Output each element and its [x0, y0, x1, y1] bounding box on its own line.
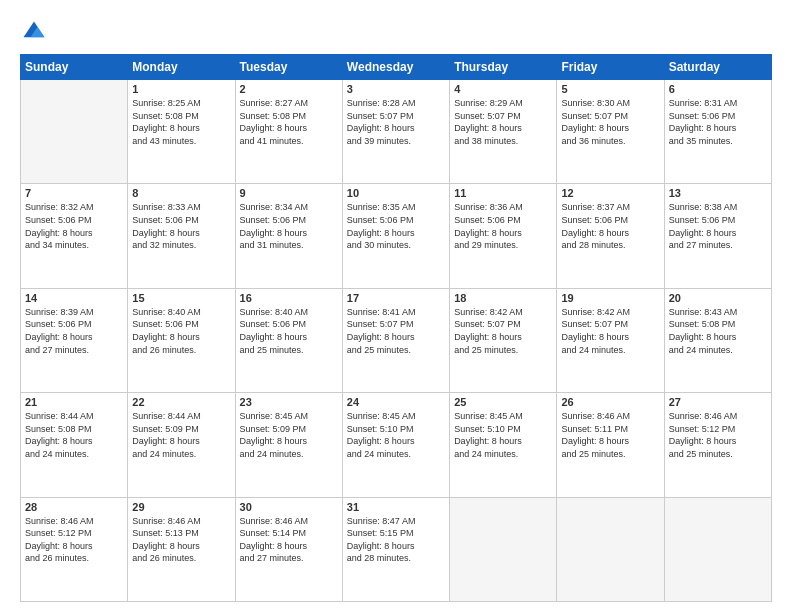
day-info: Sunrise: 8:25 AMSunset: 5:08 PMDaylight:… [132, 97, 230, 147]
calendar-cell: 20Sunrise: 8:43 AMSunset: 5:08 PMDayligh… [664, 288, 771, 392]
day-info: Sunrise: 8:46 AMSunset: 5:14 PMDaylight:… [240, 515, 338, 565]
calendar-cell: 18Sunrise: 8:42 AMSunset: 5:07 PMDayligh… [450, 288, 557, 392]
calendar-cell: 30Sunrise: 8:46 AMSunset: 5:14 PMDayligh… [235, 497, 342, 601]
day-number: 22 [132, 396, 230, 408]
day-number: 17 [347, 292, 445, 304]
calendar-cell [664, 497, 771, 601]
logo [20, 18, 52, 46]
day-info: Sunrise: 8:34 AMSunset: 5:06 PMDaylight:… [240, 201, 338, 251]
calendar-cell: 14Sunrise: 8:39 AMSunset: 5:06 PMDayligh… [21, 288, 128, 392]
day-number: 21 [25, 396, 123, 408]
calendar-cell: 13Sunrise: 8:38 AMSunset: 5:06 PMDayligh… [664, 184, 771, 288]
calendar-cell: 28Sunrise: 8:46 AMSunset: 5:12 PMDayligh… [21, 497, 128, 601]
day-number: 1 [132, 83, 230, 95]
day-info: Sunrise: 8:32 AMSunset: 5:06 PMDaylight:… [25, 201, 123, 251]
calendar-cell: 31Sunrise: 8:47 AMSunset: 5:15 PMDayligh… [342, 497, 449, 601]
calendar-cell: 9Sunrise: 8:34 AMSunset: 5:06 PMDaylight… [235, 184, 342, 288]
day-number: 12 [561, 187, 659, 199]
day-number: 18 [454, 292, 552, 304]
day-number: 24 [347, 396, 445, 408]
day-info: Sunrise: 8:42 AMSunset: 5:07 PMDaylight:… [561, 306, 659, 356]
calendar-cell: 21Sunrise: 8:44 AMSunset: 5:08 PMDayligh… [21, 393, 128, 497]
calendar-week-5: 28Sunrise: 8:46 AMSunset: 5:12 PMDayligh… [21, 497, 772, 601]
calendar-cell: 25Sunrise: 8:45 AMSunset: 5:10 PMDayligh… [450, 393, 557, 497]
day-info: Sunrise: 8:45 AMSunset: 5:10 PMDaylight:… [347, 410, 445, 460]
day-info: Sunrise: 8:41 AMSunset: 5:07 PMDaylight:… [347, 306, 445, 356]
day-number: 29 [132, 501, 230, 513]
calendar-cell: 24Sunrise: 8:45 AMSunset: 5:10 PMDayligh… [342, 393, 449, 497]
calendar-cell: 2Sunrise: 8:27 AMSunset: 5:08 PMDaylight… [235, 80, 342, 184]
day-info: Sunrise: 8:28 AMSunset: 5:07 PMDaylight:… [347, 97, 445, 147]
day-number: 11 [454, 187, 552, 199]
calendar-cell: 3Sunrise: 8:28 AMSunset: 5:07 PMDaylight… [342, 80, 449, 184]
calendar-cell: 6Sunrise: 8:31 AMSunset: 5:06 PMDaylight… [664, 80, 771, 184]
calendar-cell: 17Sunrise: 8:41 AMSunset: 5:07 PMDayligh… [342, 288, 449, 392]
calendar-cell: 12Sunrise: 8:37 AMSunset: 5:06 PMDayligh… [557, 184, 664, 288]
day-info: Sunrise: 8:42 AMSunset: 5:07 PMDaylight:… [454, 306, 552, 356]
calendar-cell: 15Sunrise: 8:40 AMSunset: 5:06 PMDayligh… [128, 288, 235, 392]
day-info: Sunrise: 8:40 AMSunset: 5:06 PMDaylight:… [132, 306, 230, 356]
day-info: Sunrise: 8:46 AMSunset: 5:13 PMDaylight:… [132, 515, 230, 565]
day-number: 23 [240, 396, 338, 408]
day-number: 28 [25, 501, 123, 513]
calendar-week-1: 1Sunrise: 8:25 AMSunset: 5:08 PMDaylight… [21, 80, 772, 184]
day-number: 31 [347, 501, 445, 513]
day-number: 20 [669, 292, 767, 304]
calendar-cell: 29Sunrise: 8:46 AMSunset: 5:13 PMDayligh… [128, 497, 235, 601]
day-info: Sunrise: 8:39 AMSunset: 5:06 PMDaylight:… [25, 306, 123, 356]
day-number: 7 [25, 187, 123, 199]
day-info: Sunrise: 8:35 AMSunset: 5:06 PMDaylight:… [347, 201, 445, 251]
day-info: Sunrise: 8:46 AMSunset: 5:12 PMDaylight:… [25, 515, 123, 565]
calendar-cell: 16Sunrise: 8:40 AMSunset: 5:06 PMDayligh… [235, 288, 342, 392]
day-number: 2 [240, 83, 338, 95]
day-info: Sunrise: 8:36 AMSunset: 5:06 PMDaylight:… [454, 201, 552, 251]
day-number: 26 [561, 396, 659, 408]
weekday-header-sunday: Sunday [21, 55, 128, 80]
day-info: Sunrise: 8:33 AMSunset: 5:06 PMDaylight:… [132, 201, 230, 251]
calendar-cell [21, 80, 128, 184]
day-number: 9 [240, 187, 338, 199]
day-info: Sunrise: 8:27 AMSunset: 5:08 PMDaylight:… [240, 97, 338, 147]
day-info: Sunrise: 8:38 AMSunset: 5:06 PMDaylight:… [669, 201, 767, 251]
logo-icon [20, 18, 48, 46]
calendar-cell: 19Sunrise: 8:42 AMSunset: 5:07 PMDayligh… [557, 288, 664, 392]
day-number: 19 [561, 292, 659, 304]
page: SundayMondayTuesdayWednesdayThursdayFrid… [0, 0, 792, 612]
day-number: 10 [347, 187, 445, 199]
day-info: Sunrise: 8:31 AMSunset: 5:06 PMDaylight:… [669, 97, 767, 147]
weekday-header-friday: Friday [557, 55, 664, 80]
calendar-cell [557, 497, 664, 601]
calendar-cell: 27Sunrise: 8:46 AMSunset: 5:12 PMDayligh… [664, 393, 771, 497]
weekday-header-saturday: Saturday [664, 55, 771, 80]
calendar-cell: 1Sunrise: 8:25 AMSunset: 5:08 PMDaylight… [128, 80, 235, 184]
day-number: 4 [454, 83, 552, 95]
calendar-header-row: SundayMondayTuesdayWednesdayThursdayFrid… [21, 55, 772, 80]
day-info: Sunrise: 8:30 AMSunset: 5:07 PMDaylight:… [561, 97, 659, 147]
day-number: 16 [240, 292, 338, 304]
day-info: Sunrise: 8:47 AMSunset: 5:15 PMDaylight:… [347, 515, 445, 565]
calendar-cell: 5Sunrise: 8:30 AMSunset: 5:07 PMDaylight… [557, 80, 664, 184]
calendar-cell: 10Sunrise: 8:35 AMSunset: 5:06 PMDayligh… [342, 184, 449, 288]
day-number: 30 [240, 501, 338, 513]
calendar-table: SundayMondayTuesdayWednesdayThursdayFrid… [20, 54, 772, 602]
day-number: 25 [454, 396, 552, 408]
day-number: 6 [669, 83, 767, 95]
calendar-cell: 7Sunrise: 8:32 AMSunset: 5:06 PMDaylight… [21, 184, 128, 288]
calendar-week-3: 14Sunrise: 8:39 AMSunset: 5:06 PMDayligh… [21, 288, 772, 392]
day-number: 3 [347, 83, 445, 95]
calendar-cell: 22Sunrise: 8:44 AMSunset: 5:09 PMDayligh… [128, 393, 235, 497]
weekday-header-thursday: Thursday [450, 55, 557, 80]
calendar-week-2: 7Sunrise: 8:32 AMSunset: 5:06 PMDaylight… [21, 184, 772, 288]
weekday-header-tuesday: Tuesday [235, 55, 342, 80]
day-info: Sunrise: 8:37 AMSunset: 5:06 PMDaylight:… [561, 201, 659, 251]
day-number: 8 [132, 187, 230, 199]
day-info: Sunrise: 8:43 AMSunset: 5:08 PMDaylight:… [669, 306, 767, 356]
calendar-cell: 4Sunrise: 8:29 AMSunset: 5:07 PMDaylight… [450, 80, 557, 184]
day-info: Sunrise: 8:29 AMSunset: 5:07 PMDaylight:… [454, 97, 552, 147]
day-info: Sunrise: 8:46 AMSunset: 5:11 PMDaylight:… [561, 410, 659, 460]
weekday-header-monday: Monday [128, 55, 235, 80]
calendar-cell: 26Sunrise: 8:46 AMSunset: 5:11 PMDayligh… [557, 393, 664, 497]
day-info: Sunrise: 8:46 AMSunset: 5:12 PMDaylight:… [669, 410, 767, 460]
day-info: Sunrise: 8:44 AMSunset: 5:09 PMDaylight:… [132, 410, 230, 460]
header [20, 18, 772, 46]
